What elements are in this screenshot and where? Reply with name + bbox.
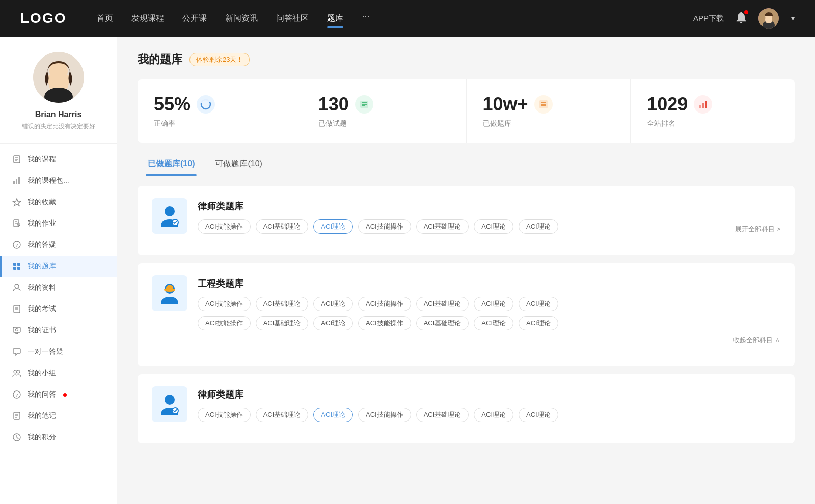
edit-icon bbox=[12, 219, 21, 228]
tag-2-4[interactable]: ACI基础理论 bbox=[416, 408, 469, 422]
stats-row: 55% 正确率 130 bbox=[138, 79, 795, 143]
sidebar-item-my-quiz[interactable]: 我的题库 bbox=[0, 256, 117, 277]
cert-icon bbox=[12, 326, 21, 335]
app-download-link[interactable]: APP下载 bbox=[693, 14, 724, 23]
tag-1a-3[interactable]: ACI技能操作 bbox=[358, 297, 411, 311]
tag-1a-6[interactable]: ACI理论 bbox=[519, 297, 558, 311]
accuracy-icon bbox=[197, 95, 215, 114]
svg-rect-10 bbox=[13, 181, 15, 184]
tag-1b-5[interactable]: ACI理论 bbox=[474, 316, 513, 330]
tab-available-banks[interactable]: 可做题库(10) bbox=[205, 155, 272, 176]
sidebar-item-my-note[interactable]: 我的笔记 bbox=[0, 405, 117, 427]
sidebar-menu: 我的课程 我的课程包... 我的收藏 我的作业 ? 我的答疑 bbox=[0, 144, 117, 453]
profile-name: Brian Harris bbox=[35, 110, 82, 119]
svg-point-31 bbox=[14, 370, 17, 373]
svg-point-57 bbox=[165, 395, 175, 405]
sidebar-item-my-course-pkg[interactable]: 我的课程包... bbox=[0, 170, 117, 191]
tag-0-4[interactable]: ACI基础理论 bbox=[416, 219, 469, 234]
tag-1b-6[interactable]: ACI理论 bbox=[519, 316, 558, 330]
nav-qa[interactable]: 问答社区 bbox=[276, 11, 309, 26]
tag-0-6[interactable]: ACI理论 bbox=[519, 219, 558, 234]
user-menu-chevron[interactable]: ▾ bbox=[791, 14, 795, 22]
tag-2-6[interactable]: ACI理论 bbox=[519, 408, 558, 422]
sidebar-item-my-qa[interactable]: ? 我的答疑 bbox=[0, 234, 117, 256]
tag-0-0[interactable]: ACI技能操作 bbox=[198, 219, 251, 234]
sidebar-item-my-group[interactable]: 我的小组 bbox=[0, 362, 117, 384]
tag-0-5[interactable]: ACI理论 bbox=[474, 219, 513, 234]
tag-2-3[interactable]: ACI技能操作 bbox=[358, 408, 411, 422]
tag-1a-4[interactable]: ACI基础理论 bbox=[416, 297, 469, 311]
tag-0-2[interactable]: ACI理论 bbox=[313, 219, 353, 234]
nav-more[interactable]: ··· bbox=[362, 11, 369, 26]
note-icon bbox=[12, 411, 21, 421]
svg-point-30 bbox=[16, 329, 18, 331]
svg-rect-11 bbox=[16, 179, 17, 184]
tag-0-1[interactable]: ACI基础理论 bbox=[256, 219, 309, 234]
sidebar-item-one-qa[interactable]: 一对一答疑 bbox=[0, 341, 117, 362]
sidebar-label-my-answer: 我的问答 bbox=[28, 390, 56, 399]
sidebar-item-my-course[interactable]: 我的课程 bbox=[0, 149, 117, 170]
svg-point-53 bbox=[165, 206, 175, 216]
sidebar-item-my-answer[interactable]: ? 我的问答 bbox=[0, 384, 117, 405]
sidebar-label-my-points: 我的积分 bbox=[28, 433, 56, 442]
stat-card-rank: 1029 全站排名 bbox=[631, 79, 795, 143]
quiz-bank-title-0: 律师类题库 bbox=[198, 198, 780, 212]
sidebar-label-my-quiz: 我的题库 bbox=[28, 262, 56, 271]
stat-label-accuracy: 正确率 bbox=[154, 119, 285, 128]
svg-text:?: ? bbox=[15, 393, 18, 398]
sidebar-item-my-points[interactable]: 我的积分 bbox=[0, 427, 117, 448]
nav-public-course[interactable]: 公开课 bbox=[182, 11, 207, 26]
svg-rect-23 bbox=[13, 267, 16, 270]
sidebar-item-my-cert[interactable]: 我的证书 bbox=[0, 320, 117, 341]
svg-marker-13 bbox=[13, 199, 21, 206]
quiz-bank-content-0: 律师类题库 ACI技能操作 ACI基础理论 ACI理论 ACI技能操作 ACI基… bbox=[198, 198, 780, 234]
tag-1a-5[interactable]: ACI理论 bbox=[474, 297, 513, 311]
sidebar-item-my-exam[interactable]: 我的考试 bbox=[0, 298, 117, 320]
sidebar-item-my-homework[interactable]: 我的作业 bbox=[0, 213, 117, 234]
tag-1a-2[interactable]: ACI理论 bbox=[313, 297, 353, 311]
tag-1a-1[interactable]: ACI基础理论 bbox=[256, 297, 309, 311]
tag-2-5[interactable]: ACI理论 bbox=[474, 408, 513, 422]
question-icon: ? bbox=[12, 240, 21, 249]
tag-1b-3[interactable]: ACI技能操作 bbox=[358, 316, 411, 330]
tab-done-banks[interactable]: 已做题库(10) bbox=[138, 155, 205, 176]
nav-news[interactable]: 新闻资讯 bbox=[225, 11, 258, 26]
nav-discover[interactable]: 发现课程 bbox=[131, 11, 164, 26]
svg-point-25 bbox=[15, 284, 19, 288]
nav-quiz[interactable]: 题库 bbox=[327, 11, 343, 26]
stat-value-rank: 1029 bbox=[647, 94, 688, 115]
quiz-bank-header-1: 工程类题库 ACI技能操作 ACI基础理论 ACI理论 ACI技能操作 ACI基… bbox=[152, 275, 780, 345]
tag-2-2[interactable]: ACI理论 bbox=[313, 408, 353, 422]
stat-card-done-banks: 10w+ 已做题库 bbox=[467, 79, 631, 143]
sidebar-item-my-profile[interactable]: 我的资料 bbox=[0, 277, 117, 298]
collapse-link-1[interactable]: 收起全部科目 ∧ bbox=[198, 335, 780, 345]
star-icon bbox=[12, 198, 21, 207]
notification-bell[interactable] bbox=[734, 10, 748, 26]
accuracy-chart-icon bbox=[200, 99, 211, 110]
stat-top-rank: 1029 bbox=[647, 94, 778, 115]
user-avatar[interactable] bbox=[758, 8, 779, 29]
svg-point-18 bbox=[17, 223, 19, 225]
expand-link-0[interactable]: 展开全部科目 > bbox=[735, 225, 780, 234]
profile-section: Brian Harris 错误的决定比没有决定要好 bbox=[0, 52, 117, 144]
nav-home[interactable]: 首页 bbox=[97, 11, 113, 26]
stat-label-done-questions: 已做试题 bbox=[318, 119, 450, 128]
group-icon bbox=[12, 369, 21, 378]
rank-chart-icon bbox=[697, 99, 709, 110]
tag-1a-0[interactable]: ACI技能操作 bbox=[198, 297, 251, 311]
sidebar-label-my-cert: 我的证书 bbox=[28, 326, 56, 335]
sidebar: Brian Harris 错误的决定比没有决定要好 我的课程 我的课程包... … bbox=[0, 37, 117, 504]
sidebar-item-my-collect[interactable]: 我的收藏 bbox=[0, 191, 117, 213]
tag-2-0[interactable]: ACI技能操作 bbox=[198, 408, 251, 422]
tag-1b-1[interactable]: ACI基础理论 bbox=[256, 316, 309, 330]
chat-icon bbox=[12, 347, 21, 356]
svg-rect-29 bbox=[13, 327, 20, 332]
tag-1b-2[interactable]: ACI理论 bbox=[313, 316, 353, 330]
tag-1b-0[interactable]: ACI技能操作 bbox=[198, 316, 251, 330]
avatar-image bbox=[758, 8, 779, 29]
avatar-svg bbox=[758, 8, 779, 29]
tag-0-3[interactable]: ACI技能操作 bbox=[358, 219, 411, 234]
tag-2-1[interactable]: ACI基础理论 bbox=[256, 408, 309, 422]
sidebar-label-my-profile: 我的资料 bbox=[28, 283, 56, 292]
tag-1b-4[interactable]: ACI基础理论 bbox=[416, 316, 469, 330]
